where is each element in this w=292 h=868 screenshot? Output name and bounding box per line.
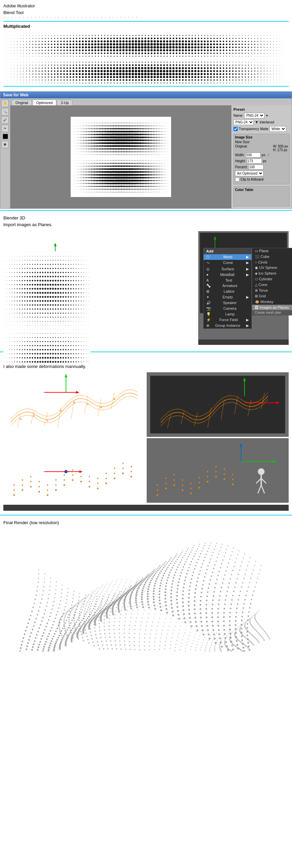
plane-label: Plane <box>259 249 268 253</box>
svg-point-130 <box>224 468 225 470</box>
zoom-tool[interactable]: 🔍 <box>1 108 9 115</box>
menu-item-empty[interactable]: ✦ Empty ▶ <box>204 294 252 300</box>
tab-original[interactable]: Original <box>12 100 32 105</box>
svg-point-92 <box>97 478 98 479</box>
preview-inner <box>71 117 171 197</box>
svg-point-54 <box>30 486 32 487</box>
cylinder-label: Cylinder <box>259 277 272 281</box>
preview-canvas <box>73 119 169 194</box>
svg-point-131 <box>232 474 233 475</box>
format-select[interactable]: PNG-24 <box>244 113 265 118</box>
svg-point-85 <box>38 481 40 482</box>
clip-checkbox[interactable] <box>235 177 239 182</box>
menu-item-mesh[interactable]: ⬡ Mesh ▶ <box>204 254 252 260</box>
menu-item-curve[interactable]: 〜 Curve ▶ <box>204 260 252 266</box>
menu-item-group[interactable]: ⊕ Group Instance ▶ <box>204 323 252 329</box>
matte-select[interactable]: White <box>269 126 286 132</box>
original-sizes: Original: W: 500 px H: 173 px <box>235 145 288 152</box>
submenu-torus[interactable]: ⊗ Torus <box>252 288 292 293</box>
submenu-cone[interactable]: △ Cone <box>252 282 292 288</box>
submenu-images-planes[interactable]: 🖼 Images as Planes <box>252 305 292 310</box>
save-title: Save for Web <box>3 93 28 97</box>
section-illustrator: Adobe Illustrator Blend Tool · · · · · ·… <box>0 0 292 91</box>
svg-point-33 <box>74 402 75 403</box>
curve-icon: 〜 <box>206 260 210 266</box>
percent-input[interactable] <box>249 164 264 169</box>
lattice-icon: ⊞ <box>206 289 209 294</box>
svg-point-65 <box>122 472 124 474</box>
mesh-label: Mesh <box>223 255 232 259</box>
transparency-checkbox[interactable] <box>233 127 238 131</box>
format-arrow: ▼ <box>255 120 259 124</box>
speaker-label: Speaker <box>223 301 237 305</box>
menu-item-surface[interactable]: ◎ Surface ▶ <box>204 266 252 272</box>
submenu-plane[interactable]: ▭ Plane <box>252 248 292 254</box>
constrain-icon: 🔗 <box>266 153 270 157</box>
submenu-create-mesh[interactable]: Create mesh plan <box>252 310 292 315</box>
images-planes-label: Images as Planes <box>260 305 289 309</box>
cyan-divider-4 <box>0 515 292 516</box>
height-row: Height: px <box>235 159 288 163</box>
hand-tool[interactable]: ✋ <box>1 100 9 107</box>
foreground-color[interactable] <box>3 134 8 139</box>
svg-point-32 <box>60 410 62 411</box>
mesh-arrow: ▶ <box>246 255 249 259</box>
svg-line-47 <box>248 399 251 416</box>
svg-point-105 <box>182 489 183 491</box>
submenu-monkey[interactable]: 🐵 Monkey <box>252 299 292 305</box>
cyan-divider-top <box>3 21 289 22</box>
menu-item-lattice[interactable]: ⊞ Lattice <box>204 289 252 294</box>
eyedropper-tool[interactable]: 🖊 <box>1 116 9 124</box>
save-preview <box>10 105 231 208</box>
svg-point-76 <box>89 481 90 482</box>
cyan-divider-bottom <box>3 86 289 87</box>
toggle-slices[interactable]: ▦ <box>1 141 9 148</box>
svg-point-61 <box>89 486 90 487</box>
submenu-icosphere[interactable]: ◈ Ico Sphere <box>252 271 292 276</box>
cube-icon: ⬛ <box>255 254 260 258</box>
height-input[interactable] <box>247 159 262 163</box>
menu-item-armature[interactable]: 🦴 Armature <box>204 283 252 289</box>
submenu-uvsphere[interactable]: ◉ UV Sphere <box>252 265 292 271</box>
submenu-cube[interactable]: ⬛ Cube <box>252 254 292 259</box>
menu-item-lamp[interactable]: 💡 Lamp <box>204 311 252 317</box>
add-menu-title: Add <box>204 248 252 254</box>
menu-item-forcefield[interactable]: ⚡ Force Field ▶ <box>204 317 252 323</box>
image-size-label: Image Size <box>235 135 288 139</box>
save-tabs: Original Optimized 2-Up <box>10 98 292 105</box>
svg-point-121 <box>232 479 233 480</box>
original-label: Original: <box>235 145 247 152</box>
format-select2[interactable]: PNG-24 <box>233 119 254 125</box>
svg-point-114 <box>173 479 175 480</box>
submenu-grid[interactable]: ⊞ Grid <box>252 293 292 299</box>
svg-point-95 <box>122 463 123 464</box>
submenu-cylinder[interactable]: ⬭ Cylinder <box>252 276 292 282</box>
curve-arrow: ▶ <box>246 260 249 266</box>
quality-select[interactable]: Art Optimized <box>235 170 264 176</box>
svg-point-52 <box>13 494 15 496</box>
svg-point-55 <box>38 491 40 492</box>
slice-tool[interactable]: ✂ <box>1 125 9 132</box>
svg-point-127 <box>199 477 200 478</box>
width-input[interactable] <box>245 153 261 158</box>
menu-item-speaker[interactable]: 🔊 Speaker <box>204 300 252 306</box>
circle-icon: ○ <box>255 260 257 264</box>
menu-item-text[interactable]: A Text <box>204 278 252 283</box>
menu-item-camera[interactable]: 📷 Camera <box>204 306 252 311</box>
submenu-circle[interactable]: ○ Circle <box>252 259 292 265</box>
tab-optimized[interactable]: Optimized <box>32 100 57 105</box>
svg-point-112 <box>157 489 158 491</box>
metaball-arrow: ▶ <box>246 273 249 277</box>
svg-point-72 <box>55 484 57 486</box>
height-label: Height: <box>235 159 246 163</box>
svg-point-53 <box>22 489 24 491</box>
svg-point-69 <box>30 481 31 482</box>
section-deformations: I added some vertices uisng Subdivide. I… <box>0 353 292 514</box>
svg-marker-40 <box>276 401 280 404</box>
menu-item-metaball[interactable]: ● MetaBall ▶ <box>204 272 252 278</box>
width-unit: px <box>262 153 265 157</box>
svg-point-103 <box>165 487 167 489</box>
tab-2up[interactable]: 2-Up <box>57 100 72 105</box>
mesh-icon: ⬡ <box>206 255 210 259</box>
blender-viewport: Add ⬡ Mesh ▶ 〜 Curve ▶ ◎ Surface ▶ ● <box>3 231 289 345</box>
